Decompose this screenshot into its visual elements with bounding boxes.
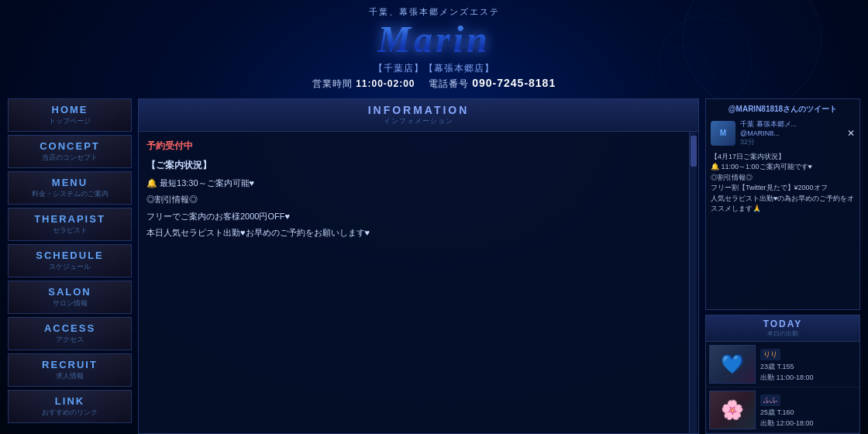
today-header: TODAY 本日の出勤 (706, 315, 859, 342)
nav-sub-label: 料金・システムのご案内 (12, 189, 128, 199)
therapist-photo-1: 🌸 (709, 391, 756, 429)
nav-main-label: CONCEPT (12, 140, 128, 152)
info-panel-title: INFORMATION (143, 104, 694, 116)
tel-value: 090-7245-8181 (472, 77, 556, 89)
twitter-content: 【4月17日ご案内状況】🔔 11:00～1:00ご案内可能です♥◎割引情報◎フリ… (711, 152, 855, 215)
info-section-title: 【ご案内状況】 (146, 159, 691, 172)
info-panel-title-jp: インフォメーション (143, 116, 694, 126)
nav-sub-label: 当店のコンセプト (12, 153, 128, 163)
therapist-name-badge-1: ふふ (760, 394, 780, 406)
scrollbar[interactable] (689, 132, 697, 433)
hours-value: 11:00-02:00 (356, 78, 415, 89)
twitter-line-3: フリー割【Twitter見たで】¥2000オフ (711, 183, 855, 194)
therapist-photo-0: 💙 (709, 345, 756, 384)
therapist-info-1: ふふ25歳 T.160出勤 12:00-18:00 (760, 391, 856, 429)
twitter-line-1: 🔔 11:00～1:00ご案内可能です♥ (711, 162, 855, 173)
twitter-time: 32分 (740, 137, 842, 147)
twitter-x-icon: ✕ (847, 128, 855, 139)
therapist-photo-overlay-1: 🌸 (710, 391, 755, 429)
twitter-line-0: 【4月17日ご案内状況】 (711, 152, 855, 163)
accepting-badge: 予約受付中 (146, 140, 691, 153)
nav-main-label: ACCESS (12, 322, 128, 334)
sidebar-item-home[interactable]: HOMEトップページ (8, 98, 132, 132)
sidebar-item-concept[interactable]: CONCEPT当店のコンセプト (8, 135, 132, 168)
scroll-thumb[interactable] (691, 136, 697, 167)
site-logo: Marin (0, 19, 868, 60)
nav-main-label: MENU (12, 177, 128, 188)
sidebar-item-access[interactable]: ACCESSアクセス (8, 317, 132, 350)
twitter-handle: @MARIN8... (740, 129, 842, 137)
sidebar-item-recruit[interactable]: RECRUIT求人情報 (8, 353, 132, 387)
therapist-info-0: りり23歳 T.155出勤 11:00-18:00 (760, 346, 856, 383)
nav-main-label: RECRUIT (12, 359, 128, 370)
therapist-photo-overlay-0: 💙 (710, 346, 755, 383)
twitter-avatar: M (711, 121, 735, 146)
nav-sub-label: 求人情報 (12, 371, 128, 381)
twitter-profile: M 千葉 幕張本郷メ... @MARIN8... 32分 ✕ (711, 119, 855, 147)
twitter-line-2: ◎割引情報◎ (711, 173, 855, 184)
twitter-title: @MARIN81818さんのツイート (711, 104, 855, 115)
today-section: TODAY 本日の出勤 💙りり23歳 T.155出勤 11:00-18:00🌸ふ… (705, 315, 860, 434)
nav-sub-label: スケジュール (12, 262, 128, 272)
sidebar-item-menu[interactable]: MENU料金・システムのご案内 (8, 171, 132, 205)
nav-main-label: HOME (12, 104, 128, 115)
nav-main-label: SALON (12, 286, 128, 298)
sidebar: HOMEトップページCONCEPT当店のコンセプトMENU料金・システムのご案内… (8, 98, 132, 434)
nav-main-label: THERAPIST (12, 213, 128, 225)
nav-sub-label: サロン情報 (12, 298, 128, 308)
header: 千葉、幕張本郷メンズエステ Marin 【千葉店】【幕張本郷店】 営業時間 11… (0, 0, 868, 95)
twitter-name: 千葉 幕張本郷メ... (740, 119, 842, 129)
today-title-jp: 本日の出勤 (709, 329, 856, 338)
hours-label: 営業時間 (312, 78, 353, 89)
nav-sub-label: アクセス (12, 335, 128, 345)
sidebar-item-salon[interactable]: SALONサロン情報 (8, 281, 132, 314)
twitter-line-4: 人気セラピスト出勤♥の為お早めのご予約をオススメします🙏 (711, 194, 855, 215)
tel-label: 電話番号 (429, 78, 469, 89)
twitter-section: @MARIN81818さんのツイート M 千葉 幕張本郷メ... @MARIN8… (705, 98, 860, 310)
therapist-details-0: 23歳 T.155出勤 11:00-18:00 (760, 362, 856, 383)
nav-sub-label: セラピスト (12, 226, 128, 236)
today-title: TODAY (709, 319, 856, 329)
twitter-profile-info: 千葉 幕張本郷メ... @MARIN8... 32分 (740, 119, 842, 147)
info-line-1: ◎割引情報◎ (146, 193, 691, 206)
header-info: 営業時間 11:00-02:00 電話番号 090-7245-8181 (0, 77, 868, 91)
header-shops: 【千葉店】【幕張本郷店】 (0, 62, 868, 75)
page-wrapper: 千葉、幕張本郷メンズエステ Marin 【千葉店】【幕張本郷店】 営業時間 11… (0, 0, 868, 434)
nav-sub-label: トップページ (12, 116, 128, 126)
nav-main-label: LINK (12, 395, 128, 407)
right-panel: @MARIN81818さんのツイート M 千葉 幕張本郷メ... @MARIN8… (705, 98, 860, 434)
nav-main-label: SCHEDULE (12, 250, 128, 261)
info-line-3: 本日人気セラピスト出勤♥お早めのご予約をお願いします♥ (146, 226, 691, 239)
sidebar-item-therapist[interactable]: THERAPISTセラピスト (8, 208, 132, 241)
main-content: HOMEトップページCONCEPT当店のコンセプトMENU料金・システムのご案内… (0, 98, 868, 434)
info-panel-header: INFORMATION インフォメーション (139, 99, 698, 132)
therapist-name-badge-0: りり (760, 349, 780, 360)
sidebar-item-schedule[interactable]: SCHEDULEスケジュール (8, 244, 132, 277)
nav-sub-label: おすすめのリンク (12, 408, 128, 418)
info-panel: INFORMATION インフォメーション 予約受付中 【ご案内状況】 🔔 最短… (138, 98, 699, 434)
info-line-2: フリーでご案内のお客様2000円OFF♥ (146, 210, 691, 223)
header-subtitle: 千葉、幕張本郷メンズエステ (0, 6, 868, 18)
therapist-card-0: 💙りり23歳 T.155出勤 11:00-18:00 (706, 342, 859, 388)
therapist-cards: 💙りり23歳 T.155出勤 11:00-18:00🌸ふふ25歳 T.160出勤… (706, 342, 859, 433)
therapist-card-1: 🌸ふふ25歳 T.160出勤 12:00-18:00 (706, 388, 859, 433)
therapist-details-1: 25歳 T.160出勤 12:00-18:00 (760, 408, 856, 429)
info-line-0: 🔔 最短13:30～ご案内可能♥ (146, 177, 691, 190)
sidebar-item-link[interactable]: LINKおすすめのリンク (8, 390, 132, 423)
info-panel-body: 予約受付中 【ご案内状況】 🔔 最短13:30～ご案内可能♥◎割引情報◎フリーで… (139, 132, 698, 433)
